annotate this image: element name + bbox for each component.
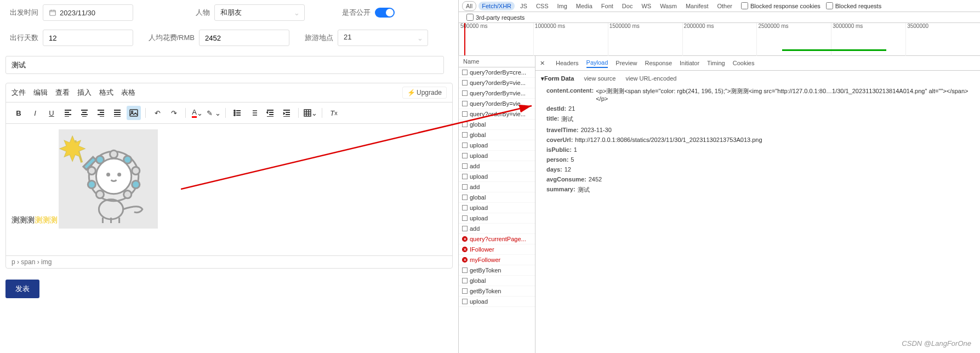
align-center-icon[interactable]	[77, 106, 92, 120]
checkbox-icon	[462, 80, 468, 86]
request-row[interactable]: getByToken	[459, 286, 535, 297]
request-row[interactable]: upload	[459, 172, 535, 182]
menu-format[interactable]: 格式	[99, 88, 113, 98]
request-row[interactable]: getByToken	[459, 265, 535, 276]
filter-fetch/xhr[interactable]: Fetch/XHR	[478, 2, 515, 10]
summary-input[interactable]	[5, 56, 444, 74]
align-justify-icon[interactable]	[110, 106, 124, 120]
payload-row: coverUrl:http://127.0.0.1:8086/statics/2…	[541, 135, 975, 145]
number-list-icon[interactable]	[247, 106, 261, 120]
indent-icon[interactable]	[280, 106, 294, 120]
redo-icon[interactable]: ↷	[167, 106, 181, 120]
italic-icon[interactable]: I	[28, 106, 42, 120]
request-row[interactable]: global	[459, 192, 535, 203]
departure-label: 出发时间	[5, 8, 38, 18]
request-row[interactable]: upload	[459, 297, 535, 307]
menu-insert[interactable]: 插入	[77, 88, 92, 98]
name-column-header[interactable]: Name	[459, 56, 535, 67]
days-input[interactable]	[43, 30, 133, 46]
request-row[interactable]: ✕IFollower	[459, 244, 535, 255]
editor-breadcrumb[interactable]: p › span › img	[6, 255, 452, 268]
rich-editor: 文件 编辑 查看 插入 格式 表格 ⚡ Upgrade B I U ↶ ↷ A …	[5, 83, 453, 269]
request-row[interactable]: global	[459, 130, 535, 140]
table-icon[interactable]: ⌄	[303, 106, 317, 120]
bullet-list-icon[interactable]	[230, 106, 244, 120]
close-icon[interactable]: ✕	[540, 60, 545, 67]
upgrade-button[interactable]: ⚡ Upgrade	[402, 87, 447, 99]
publish-button[interactable]: 发表	[5, 280, 39, 298]
align-right-icon[interactable]	[94, 106, 108, 120]
checkbox-icon	[462, 111, 468, 117]
cost-input[interactable]	[199, 30, 289, 46]
request-detail-panel: ✕ HeadersPayloadPreviewResponseInitiator…	[535, 56, 980, 353]
request-row[interactable]: query?orderBy=cre...	[459, 67, 535, 78]
detail-tab-payload[interactable]: Payload	[586, 58, 608, 68]
underline-icon[interactable]: U	[44, 106, 59, 120]
clear-format-icon[interactable]: Tx	[327, 106, 341, 120]
request-row[interactable]: query?orderBy=vie...	[459, 99, 535, 109]
request-row[interactable]: upload	[459, 203, 535, 213]
public-switch[interactable]	[375, 8, 395, 18]
blocked-requests-label[interactable]: Blocked requests	[826, 2, 881, 9]
cost-label: 人均花费/RMB	[144, 33, 195, 43]
network-timeline[interactable]: 500000 ms1000000 ms1500000 ms2000000 ms2…	[459, 23, 980, 56]
filter-doc[interactable]: Doc	[619, 2, 636, 10]
request-row[interactable]: upload	[459, 140, 535, 151]
svg-point-3	[234, 110, 235, 111]
person-select[interactable]: 和朋友 ⌄	[214, 4, 305, 21]
filter-ws[interactable]: WS	[638, 2, 654, 10]
request-row[interactable]: add	[459, 161, 535, 172]
menu-view[interactable]: 查看	[55, 88, 70, 98]
filter-all[interactable]: All	[462, 1, 476, 11]
detail-tab-timing[interactable]: Timing	[707, 59, 725, 67]
request-row[interactable]: global	[459, 276, 535, 286]
request-row[interactable]: global	[459, 119, 535, 130]
filter-media[interactable]: Media	[573, 2, 596, 10]
undo-icon[interactable]: ↶	[150, 106, 164, 120]
highlight-icon[interactable]: ✎ ⌄	[207, 106, 221, 120]
text-color-icon[interactable]: A ⌄	[190, 106, 204, 120]
filter-other[interactable]: Other	[714, 2, 736, 10]
detail-tab-initiator[interactable]: Initiator	[680, 59, 699, 67]
image-icon[interactable]	[127, 106, 141, 120]
menu-table[interactable]: 表格	[121, 88, 135, 98]
request-row[interactable]: add	[459, 182, 535, 192]
filter-manifest[interactable]: Manifest	[682, 2, 712, 10]
detail-tab-headers[interactable]: Headers	[556, 59, 579, 67]
filter-js[interactable]: JS	[517, 2, 531, 10]
detail-tab-preview[interactable]: Preview	[616, 59, 637, 67]
filter-img[interactable]: Img	[554, 2, 571, 10]
inserted-image[interactable]: 测测测测测测	[59, 129, 158, 229]
svg-point-21	[96, 191, 104, 198]
checkbox-icon	[462, 195, 468, 200]
detail-tab-cookies[interactable]: Cookies	[733, 59, 755, 67]
bold-icon[interactable]: B	[12, 106, 26, 120]
request-row[interactable]: add	[459, 224, 535, 234]
view-url-encoded-link[interactable]: view URL-encoded	[625, 75, 676, 82]
outdent-icon[interactable]	[263, 106, 277, 120]
request-row[interactable]: upload	[459, 213, 535, 224]
request-row[interactable]: query?orderBy=vie...	[459, 78, 535, 88]
menu-edit[interactable]: 编辑	[33, 88, 48, 98]
filter-css[interactable]: CSS	[533, 2, 552, 10]
detail-tab-response[interactable]: Response	[645, 59, 672, 67]
view-source-link[interactable]: view source	[584, 75, 616, 82]
timeline-tick: 2000000 ms	[682, 23, 757, 56]
editor-content[interactable]: 测测测测测测	[6, 124, 452, 255]
dest-select[interactable]: 21 ⌄	[338, 30, 428, 46]
departure-date-input[interactable]: 2023/11/30	[43, 4, 133, 21]
filter-wasm[interactable]: Wasm	[657, 2, 680, 10]
third-party-checkbox[interactable]: 3rd-party requests	[466, 14, 976, 21]
request-list: Name query?orderBy=cre...query?orderBy=v…	[459, 56, 535, 353]
request-row[interactable]: query?orderBy=vie...	[459, 88, 535, 99]
filter-font[interactable]: Font	[598, 2, 617, 10]
request-row[interactable]: query?orderBy=vie...	[459, 109, 535, 119]
menu-file[interactable]: 文件	[12, 88, 26, 98]
request-row[interactable]: upload	[459, 151, 535, 161]
request-row[interactable]: ✕myFollower	[459, 255, 535, 265]
request-row[interactable]: ✕query?currentPage...	[459, 234, 535, 244]
form-data-label[interactable]: ▾Form Data	[541, 75, 574, 82]
align-left-icon[interactable]	[61, 106, 75, 120]
checkbox-icon	[462, 90, 468, 96]
blocked-cookies-label[interactable]: Blocked response cookies	[741, 2, 821, 9]
